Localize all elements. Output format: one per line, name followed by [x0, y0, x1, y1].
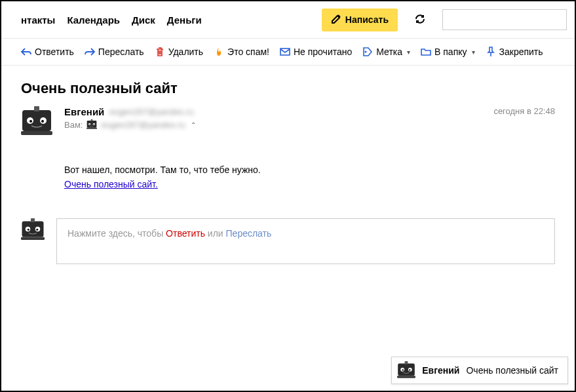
chip-avatar	[397, 361, 415, 380]
label-label: Метка	[376, 47, 402, 57]
unread-button[interactable]: Не прочитано	[280, 47, 352, 57]
refresh-button[interactable]	[410, 9, 431, 30]
spam-button[interactable]: Это спам!	[214, 47, 269, 57]
chevron-down-icon: ▾	[407, 49, 410, 56]
reply-label: Ответить	[35, 47, 74, 57]
message-header: Евгений eugen287@yandex.ru Вам: eugen287…	[1, 106, 575, 192]
mail-icon	[280, 47, 290, 57]
pin-label: Закрепить	[499, 47, 543, 57]
delete-button[interactable]: Удалить	[155, 47, 203, 57]
svg-rect-7	[280, 49, 290, 55]
email-date: сегодня в 22:48	[493, 106, 555, 116]
message-toolbar: Ответить Переслать Удалить Это спам! Не …	[1, 38, 575, 66]
top-nav: нтакты Календарь Диск Деньги Написать	[1, 1, 575, 38]
chevron-down-icon: ▾	[472, 49, 475, 56]
forward-label: Переслать	[98, 47, 144, 57]
recipient-email: eugen287@yandex.ru	[101, 120, 185, 130]
tag-icon	[362, 47, 373, 57]
minimized-chip[interactable]: Евгений Очень полезный сайт	[391, 357, 568, 384]
compose-label: Написать	[345, 14, 389, 25]
quick-reply-input[interactable]: Нажмите здесь, чтобы Ответить или Пересл…	[56, 218, 555, 264]
recipient-avatar	[86, 119, 97, 130]
reply-icon	[21, 47, 31, 57]
email-body: Вот нашел, посмотри. Там то, что тебе ну…	[64, 130, 555, 192]
folder-button[interactable]: В папку ▾	[421, 47, 474, 57]
trash-icon	[155, 47, 165, 57]
flame-icon	[214, 47, 224, 57]
reply-placeholder-forward: Переслать	[226, 228, 272, 239]
chip-subject: Очень полезный сайт	[466, 365, 558, 376]
folder-label: В папку	[434, 47, 467, 57]
pin-icon	[486, 47, 496, 57]
sender-avatar	[21, 106, 52, 138]
compose-icon	[331, 14, 341, 26]
refresh-icon	[414, 13, 426, 27]
nav-contacts[interactable]: нтакты	[21, 14, 55, 26]
search-input[interactable]	[442, 9, 567, 30]
delete-label: Удалить	[168, 47, 203, 57]
reply-placeholder-reply: Ответить	[166, 228, 205, 239]
unread-label: Не прочитано	[294, 47, 352, 57]
body-text: Вот нашел, посмотри. Там то, что тебе ну…	[64, 163, 555, 177]
svg-point-8	[365, 51, 367, 53]
to-label: Вам:	[64, 120, 83, 130]
nav-calendar[interactable]: Календарь	[67, 14, 120, 26]
chip-name: Евгений	[422, 365, 459, 376]
expand-recipients-icon[interactable]: ⌃	[191, 121, 196, 128]
pin-button[interactable]: Закрепить	[486, 47, 543, 57]
folder-icon	[421, 47, 431, 57]
email-subject: Очень полезный сайт	[1, 66, 575, 106]
nav-money[interactable]: Деньги	[167, 14, 202, 26]
nav-disk[interactable]: Диск	[132, 14, 155, 26]
my-avatar	[21, 218, 45, 242]
spam-label: Это спам!	[227, 47, 269, 57]
label-button[interactable]: Метка ▾	[362, 47, 410, 57]
compose-button[interactable]: Написать	[322, 9, 398, 31]
forward-icon	[85, 47, 95, 57]
sender-name: Евгений	[64, 106, 104, 117]
quick-reply-row: Нажмите здесь, чтобы Ответить или Пересл…	[1, 192, 575, 264]
forward-button[interactable]: Переслать	[85, 47, 144, 57]
reply-placeholder-prefix: Нажмите здесь, чтобы	[67, 228, 166, 239]
reply-button[interactable]: Ответить	[21, 47, 74, 57]
reply-placeholder-mid: или	[205, 228, 226, 239]
sender-email: eugen287@yandex.ru	[109, 107, 193, 117]
body-link[interactable]: Очень полезный сайт.	[64, 179, 158, 189]
